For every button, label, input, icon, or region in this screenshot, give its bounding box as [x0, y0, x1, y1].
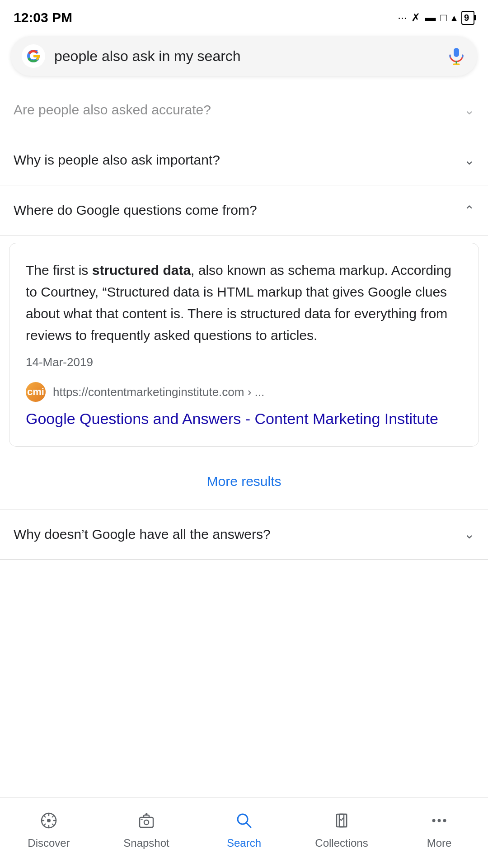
- status-time: 12:03 PM: [14, 10, 72, 25]
- source-row[interactable]: cmi https://contentmarketinginstitute.co…: [26, 382, 462, 402]
- answer-date: 14-Mar-2019: [26, 355, 462, 369]
- bluetooth-icon: ✗: [411, 11, 420, 24]
- nav-label-more: More: [427, 837, 452, 849]
- faq-item-bottom[interactable]: Why doesn’t Google have all the answers?…: [0, 509, 488, 560]
- nav-label-discover: Discover: [28, 837, 70, 849]
- snapshot-icon: [138, 812, 155, 833]
- svg-point-24: [432, 819, 436, 822]
- search-bar[interactable]: G people also ask in my search: [11, 36, 477, 76]
- faq-item-2[interactable]: Where do Google questions come from? ⌃: [0, 185, 488, 236]
- search-icon: [235, 812, 253, 833]
- chevron-down-icon-bottom: ⌄: [464, 527, 474, 542]
- source-title[interactable]: Google Questions and Answers - Content M…: [26, 408, 462, 430]
- more-results-button[interactable]: More results: [0, 454, 488, 509]
- chevron-up-icon-2: ⌃: [464, 203, 474, 218]
- svg-line-13: [52, 824, 54, 826]
- svg-line-14: [52, 816, 54, 817]
- bottom-nav: Discover Snapshot Search: [0, 797, 488, 868]
- source-url: https://contentmarketinginstitute.com › …: [53, 385, 264, 399]
- svg-point-25: [438, 819, 441, 822]
- nav-label-search: Search: [227, 837, 261, 849]
- svg-point-11: [47, 819, 51, 822]
- chevron-down-icon-0: ⌄: [464, 103, 474, 118]
- svg-point-17: [144, 820, 149, 825]
- faq-question-2: Where do Google questions come from?: [14, 201, 464, 220]
- nav-item-discover[interactable]: Discover: [13, 807, 85, 854]
- nav-item-snapshot[interactable]: Snapshot: [110, 807, 183, 854]
- battery-indicator: 9: [461, 11, 474, 25]
- discover-icon: [40, 812, 57, 833]
- faq-container: Are people also asked accurate? ⌄ Why is…: [0, 85, 488, 560]
- answer-card: The first is structured data, also known…: [9, 243, 479, 447]
- mic-button[interactable]: [446, 45, 466, 67]
- faq-item-0[interactable]: Are people also asked accurate? ⌄: [0, 85, 488, 135]
- nav-item-more[interactable]: More: [403, 807, 475, 854]
- svg-rect-22: [337, 814, 344, 827]
- svg-line-12: [44, 816, 46, 817]
- svg-rect-23: [339, 814, 347, 827]
- status-icons: ··· ✗ ▬ □ ▴ 9: [398, 11, 474, 25]
- battery-full-icon: ▬: [425, 11, 436, 24]
- status-bar: 12:03 PM ··· ✗ ▬ □ ▴ 9: [0, 0, 488, 32]
- faq-question-0: Are people also asked accurate?: [14, 100, 464, 119]
- nav-item-search[interactable]: Search: [208, 807, 280, 854]
- wifi-icon: ▴: [451, 11, 457, 24]
- bold-term: structured data: [92, 263, 191, 278]
- nav-label-snapshot: Snapshot: [123, 837, 169, 849]
- chevron-down-icon-1: ⌄: [464, 153, 474, 168]
- source-favicon: cmi: [26, 382, 46, 402]
- faq-question-1: Why is people also ask important?: [14, 151, 464, 170]
- faq-question-bottom: Why doesn’t Google have all the answers?: [14, 525, 464, 544]
- faq-item-1[interactable]: Why is people also ask important? ⌄: [0, 135, 488, 185]
- answer-text: The first is structured data, also known…: [26, 259, 462, 346]
- collections-icon: [333, 812, 350, 833]
- more-results-text: More results: [206, 474, 281, 489]
- x-icon: □: [440, 11, 447, 24]
- svg-point-26: [443, 819, 446, 822]
- search-input[interactable]: people also ask in my search: [54, 48, 446, 65]
- dots-icon: ···: [398, 11, 407, 24]
- svg-line-15: [44, 824, 46, 826]
- more-icon: [431, 812, 448, 833]
- svg-line-21: [246, 823, 251, 827]
- nav-label-collections: Collections: [315, 837, 368, 849]
- nav-item-collections[interactable]: Collections: [305, 807, 378, 854]
- google-logo: G: [22, 44, 45, 68]
- svg-rect-3: [454, 48, 459, 57]
